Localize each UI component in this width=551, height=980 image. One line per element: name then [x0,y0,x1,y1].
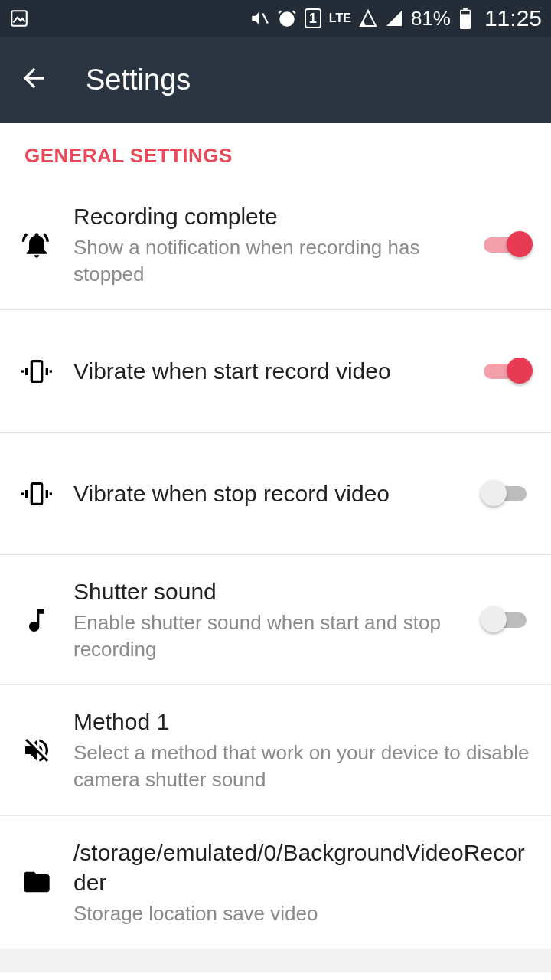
image-icon [9,8,29,28]
svg-line-1 [262,14,268,24]
toggle-vibrate-start[interactable] [481,356,533,387]
vibrate-icon [18,356,55,387]
setting-title: Shutter sound [73,577,462,606]
setting-vibrate-stop[interactable]: Vibrate when stop record video [0,433,551,555]
arrow-back-icon [18,63,49,93]
toggle-vibrate-stop[interactable] [481,479,533,509]
sim-badge: 1 [305,8,321,28]
setting-title: Vibrate when stop record video [73,479,462,508]
section-header-view: VIEW SETTINGS [0,972,551,980]
setting-shutter-sound[interactable]: Shutter sound Enable shutter sound when … [0,555,551,685]
toggle-shutter-sound[interactable] [481,605,533,635]
section-gap [0,949,551,972]
svg-rect-5 [461,11,469,14]
setting-method[interactable]: Method 1 Select a method that work on yo… [0,685,551,815]
signal-weak-icon [359,9,377,28]
setting-subtitle: Show a notification when recording has s… [73,234,462,288]
setting-recording-complete[interactable]: Recording complete Show a notification w… [0,180,551,310]
mute-icon [249,8,269,28]
toggle-recording-complete[interactable] [481,230,533,260]
app-bar: Settings [0,37,551,122]
page-title: Settings [86,64,191,96]
settings-content: GENERAL SETTINGS Recording complete Show… [0,122,551,980]
setting-title: Recording complete [73,201,462,231]
section-header-general: GENERAL SETTINGS [0,122,551,180]
setting-vibrate-start[interactable]: Vibrate when start record video [0,310,551,433]
svg-rect-4 [463,8,468,10]
network-label: LTE [329,11,351,25]
setting-title: Vibrate when start record video [73,356,462,386]
music-note-icon [18,605,55,635]
signal-icon [385,9,403,28]
status-left [9,8,29,28]
notification-bell-icon [18,230,55,260]
battery-icon [458,8,472,29]
setting-title: Method 1 [73,707,533,737]
svg-rect-6 [31,361,41,381]
folder-icon [18,867,55,897]
status-bar: 1 LTE 81% 11:25 [0,0,551,37]
setting-subtitle: Storage location save video [73,900,533,927]
alarm-icon [277,8,297,28]
setting-storage-location[interactable]: /storage/emulated/0/BackgroundVideoRecor… [0,816,551,949]
setting-subtitle: Enable shutter sound when start and stop… [73,609,462,663]
battery-percent: 81% [411,7,451,31]
status-right: 1 LTE 81% 11:25 [249,5,542,31]
setting-title: /storage/emulated/0/BackgroundVideoRecor… [73,838,533,897]
back-button[interactable] [18,63,49,96]
svg-rect-11 [31,483,41,504]
vibrate-icon [18,479,55,509]
clock: 11:25 [484,5,542,31]
setting-subtitle: Select a method that work on your device… [73,740,533,793]
volume-off-icon [18,735,55,766]
